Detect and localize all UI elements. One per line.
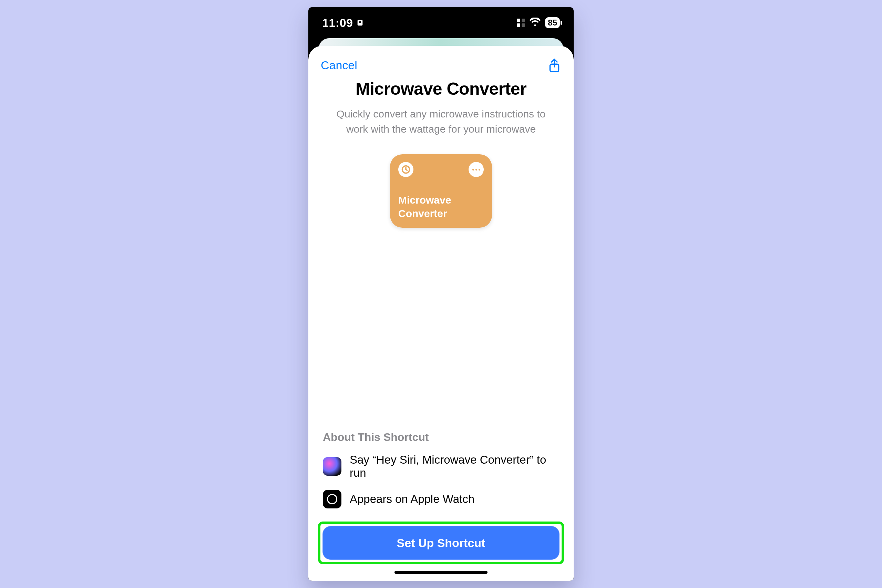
- about-watch-row: Appears on Apple Watch: [323, 490, 559, 508]
- page-subtitle: Quickly convert any microwave instructio…: [308, 99, 574, 136]
- battery-icon: 85: [545, 17, 560, 28]
- apple-watch-icon: [323, 490, 341, 508]
- more-icon[interactable]: [469, 162, 484, 177]
- modal-sheet: Cancel Microwave Converter Quickly conve…: [308, 46, 574, 581]
- setup-shortcut-label: Set Up Shortcut: [397, 536, 486, 550]
- clock-icon: [398, 162, 413, 177]
- setup-shortcut-button[interactable]: Set Up Shortcut: [322, 526, 560, 560]
- cellular-icon: [517, 19, 525, 27]
- about-siri-text: Say “Hey Siri, Microwave Converter” to r…: [350, 453, 559, 480]
- about-section: About This Shortcut Say “Hey Siri, Micro…: [308, 431, 574, 519]
- siri-icon: [323, 457, 341, 476]
- battery-percent: 85: [548, 18, 557, 27]
- about-siri-row: Say “Hey Siri, Microwave Converter” to r…: [323, 453, 559, 480]
- svg-rect-1: [359, 21, 362, 23]
- status-time: 11:09: [322, 16, 353, 30]
- camera-indicator-icon: [356, 19, 364, 27]
- cancel-button[interactable]: Cancel: [321, 58, 357, 72]
- phone-frame: 11:09 85: [308, 7, 574, 581]
- status-bar: 11:09 85: [308, 7, 574, 38]
- about-heading: About This Shortcut: [323, 431, 559, 444]
- share-icon[interactable]: [548, 58, 561, 72]
- wifi-icon: [529, 18, 541, 28]
- highlight-box: Set Up Shortcut: [318, 522, 564, 564]
- shortcut-card[interactable]: Microwave Converter: [390, 154, 492, 228]
- about-watch-text: Appears on Apple Watch: [350, 493, 474, 506]
- page-title: Microwave Converter: [308, 79, 574, 99]
- home-indicator: [394, 571, 488, 574]
- shortcut-card-label: Microwave Converter: [398, 193, 484, 220]
